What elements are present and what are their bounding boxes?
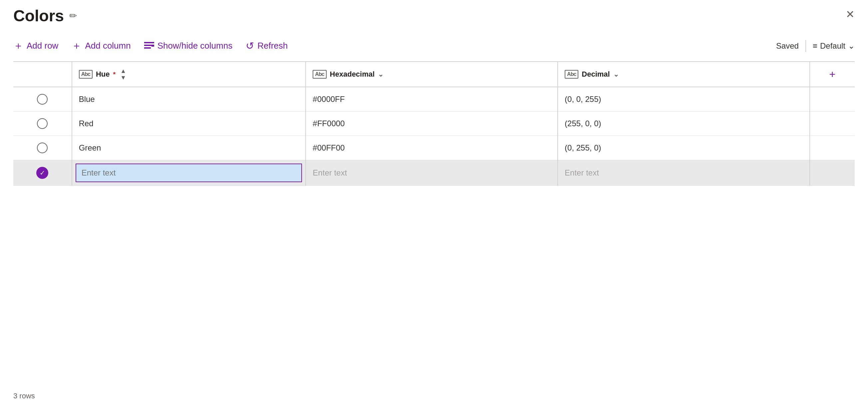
plus-icon: ＋: [13, 39, 23, 53]
show-hide-button[interactable]: Show/hide columns: [144, 38, 232, 54]
row-3-radio[interactable]: [37, 143, 48, 153]
row-1-dec[interactable]: (0, 0, 255): [558, 87, 810, 112]
row-1-hex[interactable]: #0000FF: [306, 87, 558, 112]
new-row-hex-cell[interactable]: Enter text: [306, 160, 558, 186]
row-1-select[interactable]: [13, 87, 72, 112]
new-row-hex-placeholder: Enter text: [313, 168, 347, 177]
new-row-extra: [810, 160, 855, 186]
row-1-extra: [810, 87, 855, 112]
toolbar-right: Saved ≡ Default ⌄: [776, 40, 855, 52]
required-star: *: [113, 70, 116, 78]
table-row: Green #00FF00 (0, 255, 0): [13, 136, 855, 160]
select-column-header: [13, 62, 72, 87]
hue-column-header: Abc Hue * ▲ ▼: [72, 62, 306, 87]
new-row-hue-input[interactable]: [75, 164, 302, 182]
hue-sort-icons: ▲ ▼: [120, 68, 126, 81]
row-2-select[interactable]: [13, 112, 72, 136]
refresh-button[interactable]: ↺ Refresh: [246, 38, 288, 54]
show-hide-icon: [144, 40, 154, 52]
dec-type-icon: Abc: [565, 70, 578, 79]
add-column-button[interactable]: ＋ Add column: [71, 37, 130, 55]
row-count-label: 3 rows: [13, 392, 35, 400]
hamburger-icon: ≡: [813, 41, 817, 51]
hex-sort-chevron[interactable]: ⌄: [378, 70, 383, 78]
row-2-hue[interactable]: Red: [72, 112, 306, 136]
toolbar-divider: [805, 40, 806, 52]
hex-type-icon: Abc: [313, 70, 326, 79]
header: Colors ✏ ✕: [13, 7, 855, 25]
title-area: Colors ✏: [13, 7, 77, 25]
toolbar: ＋ Add row ＋ Add column Show/hide columns…: [13, 37, 855, 55]
edit-icon[interactable]: ✏: [69, 10, 77, 21]
chevron-down-icon: ⌄: [848, 41, 855, 51]
add-row-button[interactable]: ＋ Add row: [13, 37, 58, 55]
row-3-extra: [810, 136, 855, 160]
sort-asc-icon[interactable]: ▲: [120, 68, 126, 74]
svg-rect-0: [144, 42, 154, 43]
row-3-hue[interactable]: Green: [72, 136, 306, 160]
new-row-dec-placeholder: Enter text: [565, 168, 599, 177]
row-1-radio[interactable]: [37, 94, 48, 105]
row-2-dec[interactable]: (255, 0, 0): [558, 112, 810, 136]
row-3-hex[interactable]: #00FF00: [306, 136, 558, 160]
table-row: Blue #0000FF (0, 0, 255): [13, 87, 855, 112]
hexadecimal-column-header: Abc Hexadecimal ⌄: [306, 62, 558, 87]
hue-type-icon: Abc: [79, 70, 93, 79]
sort-desc-icon[interactable]: ▼: [120, 75, 126, 81]
colors-table: Abc Hue * ▲ ▼ Abc Hexadecimal: [13, 61, 855, 186]
row-3-dec[interactable]: (0, 255, 0): [558, 136, 810, 160]
svg-rect-2: [144, 47, 151, 49]
plus-icon-2: ＋: [71, 39, 82, 53]
default-button[interactable]: ≡ Default ⌄: [813, 41, 855, 51]
saved-label: Saved: [776, 41, 799, 51]
row-3-select[interactable]: [13, 136, 72, 160]
new-table-row: ✓ Enter text Enter text: [13, 160, 855, 186]
dec-sort-chevron[interactable]: ⌄: [613, 70, 619, 78]
page-title: Colors: [13, 7, 64, 25]
new-row-hue-input-cell[interactable]: [72, 160, 306, 186]
new-row-check[interactable]: ✓: [36, 167, 48, 179]
row-2-hex[interactable]: #FF0000: [306, 112, 558, 136]
row-2-radio[interactable]: [37, 118, 48, 129]
table-row: Red #FF0000 (255, 0, 0): [13, 112, 855, 136]
row-2-extra: [810, 112, 855, 136]
add-column-header: +: [810, 62, 855, 87]
add-column-button-header[interactable]: +: [817, 68, 848, 81]
refresh-icon: ↺: [246, 40, 254, 52]
table-footer: 3 rows: [13, 392, 855, 400]
new-row-dec-cell[interactable]: Enter text: [558, 160, 810, 186]
table-header-row: Abc Hue * ▲ ▼ Abc Hexadecimal: [13, 62, 855, 87]
close-icon[interactable]: ✕: [846, 8, 855, 21]
new-row-select[interactable]: ✓: [13, 160, 72, 186]
table-wrapper: Abc Hue * ▲ ▼ Abc Hexadecimal: [13, 61, 855, 384]
decimal-column-header: Abc Decimal ⌄: [558, 62, 810, 87]
row-1-hue[interactable]: Blue: [72, 87, 306, 112]
